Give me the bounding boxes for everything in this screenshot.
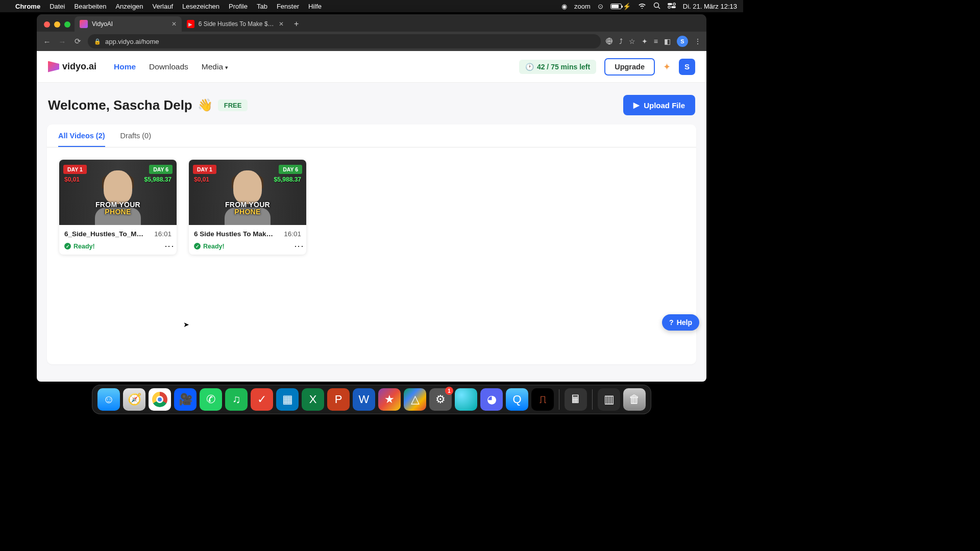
upload-label: Upload File: [644, 101, 685, 110]
help-button[interactable]: ? Help: [662, 314, 699, 331]
tab-title: 6 Side Hustles To Make $1000: [199, 20, 275, 28]
forward-button[interactable]: →: [57, 37, 67, 46]
translate-icon[interactable]: 🌐︎: [606, 37, 613, 45]
close-window-button[interactable]: [44, 21, 50, 28]
thumb-caption: FROM YOUR PHONE: [189, 201, 306, 216]
menubar-hilfe[interactable]: Hilfe: [308, 3, 322, 10]
tab-drafts[interactable]: Drafts (0): [120, 132, 151, 147]
sidepanel-icon[interactable]: ◧: [664, 37, 671, 45]
upgrade-button[interactable]: Upgrade: [604, 58, 655, 76]
dock-settings[interactable]: ⚙1: [429, 388, 452, 411]
dock-app-teal[interactable]: [455, 388, 477, 411]
video-card[interactable]: DAY 1 DAY 6 $0,01 $5,988.37 FROM YOUR PH…: [59, 160, 177, 255]
help-label: Help: [677, 318, 692, 327]
nav-media[interactable]: Media ▾: [202, 62, 229, 71]
minimize-window-button[interactable]: [54, 21, 60, 28]
dock-todoist[interactable]: ✓: [251, 388, 273, 411]
tab-youtube[interactable]: ▶ 6 Side Hustles To Make $1000 ✕: [182, 16, 289, 32]
status-text: Ready!: [203, 243, 225, 250]
record-icon[interactable]: ◉: [561, 3, 567, 10]
dock-zoom[interactable]: 🎥: [174, 388, 197, 411]
address-bar[interactable]: 🔒 app.vidyo.ai/home: [88, 34, 601, 48]
thumb-badge-left: DAY 1: [193, 165, 216, 174]
dock-trash[interactable]: 🗑: [623, 388, 646, 411]
dock-finder[interactable]: ☺: [97, 388, 120, 411]
sparkle-icon[interactable]: ✦: [663, 61, 671, 72]
tab-strip: VidyoAI ✕ ▶ 6 Side Hustles To Make $1000…: [37, 14, 706, 32]
dock-imovie[interactable]: ★: [378, 388, 401, 411]
reading-list-icon[interactable]: ≡: [654, 37, 658, 45]
video-thumbnail: DAY 1 DAY 6 $0,01 $5,988.37 FROM YOUR PH…: [59, 160, 177, 225]
reload-button[interactable]: ⟳: [72, 37, 83, 46]
tab-all-videos[interactable]: All Videos (2): [58, 132, 105, 147]
dock-gdrive[interactable]: △: [404, 388, 426, 411]
menubar-profile[interactable]: Profile: [229, 3, 248, 10]
dock-discord[interactable]: ◕: [480, 388, 503, 411]
plan-badge: FREE: [218, 99, 248, 111]
dock-quicktime[interactable]: Q: [506, 388, 528, 411]
video-duration: 16:01: [154, 230, 172, 238]
minutes-left-badge: 🕐 42 / 75 mins left: [519, 60, 596, 74]
dock-safari[interactable]: 🧭: [123, 388, 145, 411]
dock-whatsapp[interactable]: ✆: [200, 388, 222, 411]
dock-trello[interactable]: ▦: [276, 388, 299, 411]
zoom-menubar[interactable]: zoom: [574, 3, 591, 10]
menubar-datetime[interactable]: Di. 21. März 12:13: [683, 3, 737, 10]
tab-close-button[interactable]: ✕: [172, 20, 177, 28]
dock-word[interactable]: W: [353, 388, 375, 411]
menubar-lesezeichen[interactable]: Lesezeichen: [182, 3, 219, 10]
video-card[interactable]: DAY 1 DAY 6 $0,01 $5,988.37 FROM YOUR PH…: [189, 160, 306, 255]
macos-menubar: Chrome Datei Bearbeiten Anzeigen Verlauf…: [0, 0, 743, 12]
bookmark-icon[interactable]: ☆: [629, 37, 635, 45]
url-text: app.vidyo.ai/home: [105, 38, 159, 45]
menubar-fenster[interactable]: Fenster: [277, 3, 299, 10]
nav-home[interactable]: Home: [114, 62, 136, 71]
vidyo-logo[interactable]: vidyo.ai: [48, 61, 96, 72]
dock-mission-control[interactable]: ▥: [598, 388, 620, 411]
dock-audio-app[interactable]: ⎍: [531, 388, 554, 411]
chrome-window: VidyoAI ✕ ▶ 6 Side Hustles To Make $1000…: [37, 14, 706, 382]
new-tab-button[interactable]: +: [289, 19, 304, 32]
clock-icon: 🕐: [525, 63, 534, 71]
search-icon[interactable]: [653, 2, 660, 11]
extensions-icon[interactable]: ✦: [642, 37, 648, 45]
welcome-heading: Welcome, Sascha Delp 👋 FREE: [48, 97, 248, 113]
screen-record-icon[interactable]: ⊙: [598, 3, 603, 10]
battery-icon[interactable]: ⚡: [610, 3, 631, 10]
svg-point-0: [654, 3, 658, 7]
video-more-button[interactable]: ⋮: [167, 242, 172, 251]
tab-close-button[interactable]: ✕: [279, 20, 284, 28]
dock-powerpoint[interactable]: P: [327, 388, 350, 411]
share-icon[interactable]: ⤴: [619, 37, 623, 45]
dock-badge: 1: [445, 387, 453, 395]
wifi-icon[interactable]: [638, 3, 646, 10]
tab-vidyoai[interactable]: VidyoAI ✕: [75, 16, 182, 32]
status-text: Ready!: [74, 243, 95, 250]
menubar-bearbeiten[interactable]: Bearbeiten: [74, 3, 106, 10]
dock-spotify[interactable]: ♫: [225, 388, 248, 411]
menubar-datei[interactable]: Datei: [50, 3, 65, 10]
menubar-verlauf[interactable]: Verlauf: [153, 3, 173, 10]
video-thumbnail: DAY 1 DAY 6 $0,01 $5,988.37 FROM YOUR PH…: [189, 160, 306, 225]
menubar-app-name[interactable]: Chrome: [15, 3, 40, 10]
thumb-badge-left: DAY 1: [63, 165, 87, 174]
svg-line-1: [658, 7, 660, 9]
thumb-price-right: $5,988.37: [144, 176, 172, 183]
back-button[interactable]: ←: [42, 37, 52, 46]
dock-chrome[interactable]: [149, 388, 171, 411]
menubar-anzeigen[interactable]: Anzeigen: [115, 3, 143, 10]
thumb-line2: PHONE: [59, 208, 177, 216]
profile-avatar[interactable]: S: [677, 36, 688, 47]
menubar-tab[interactable]: Tab: [257, 3, 267, 10]
app-header: vidyo.ai Home Downloads Media ▾ 🕐 42 / 7…: [37, 51, 706, 83]
video-more-button[interactable]: ⋮: [297, 242, 301, 251]
brand-text: vidyo.ai: [62, 61, 96, 72]
user-avatar[interactable]: S: [679, 59, 695, 75]
dock-excel[interactable]: X: [302, 388, 324, 411]
upload-file-button[interactable]: ▶ Upload File: [623, 95, 695, 115]
nav-downloads[interactable]: Downloads: [149, 62, 188, 71]
chrome-menu-icon[interactable]: ⋮: [694, 37, 701, 45]
control-center-icon[interactable]: [668, 3, 676, 10]
maximize-window-button[interactable]: [64, 21, 70, 28]
dock-calculator[interactable]: 🖩: [565, 388, 587, 411]
